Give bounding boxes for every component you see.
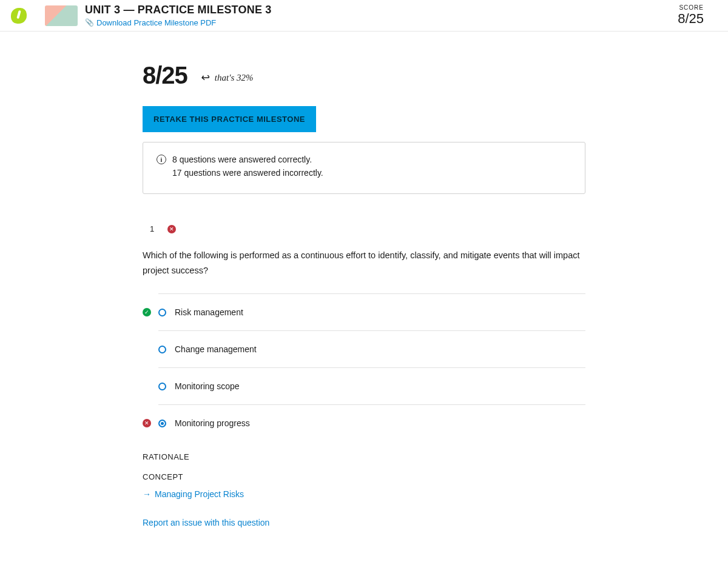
score-label: SCORE [678,4,704,11]
question-text: Which of the following is performed as a… [143,248,585,278]
percent-note: ↪ that's 32% [202,71,254,89]
result-score: 8/25 [143,62,187,89]
answer-option[interactable]: ✓ Risk management [158,293,585,330]
concept-link-text: Managing Project Risks [155,489,244,499]
correct-count-line: 8 questions were answered correctly. [172,155,312,164]
question-block: 1 ✕ Which of the following is performed … [143,224,585,528]
info-icon: i [157,155,166,164]
radio-icon [158,309,166,316]
arrow-right-icon: → [143,489,151,499]
status-wrong-icon: ✕ [167,225,176,233]
check-icon: ✓ [143,308,151,316]
retake-button[interactable]: RETAKE THIS PRACTICE MILESTONE [143,106,316,132]
question-number: 1 [150,224,154,233]
concept-label: CONCEPT [143,472,585,481]
option-label: Risk management [175,307,243,317]
option-label: Change management [175,344,257,354]
paperclip-icon: 📎 [85,18,94,27]
option-label: Monitoring scope [175,381,240,391]
score-value: 8/25 [678,11,704,27]
course-thumbnail [45,5,78,26]
answer-option[interactable]: Monitoring scope [158,367,585,404]
brand-logo-icon [11,8,27,24]
download-pdf-label: Download Practice Milestone PDF [96,18,216,27]
incorrect-count-line: 17 questions were answered incorrectly. [172,168,323,178]
option-label: Monitoring progress [175,418,250,428]
radio-selected-icon [158,420,166,427]
radio-icon [158,346,166,353]
answer-option[interactable]: ✕ Monitoring progress [158,404,585,441]
answer-option[interactable]: Change management [158,330,585,367]
rationale-label: RATIONALE [143,452,585,461]
radio-icon [158,383,166,390]
download-pdf-link[interactable]: 📎 Download Practice Milestone PDF [85,18,216,27]
page-title: UNIT 3 — PRACTICE MILESTONE 3 [85,4,678,16]
concept-link[interactable]: → Managing Project Risks [143,489,244,499]
report-issue-link[interactable]: Report an issue with this question [143,518,269,527]
percent-text: that's 32% [215,73,254,83]
summary-box: i 8 questions were answered correctly. 1… [143,142,585,194]
x-icon: ✕ [143,419,151,427]
curved-arrow-icon: ↪ [202,71,211,84]
